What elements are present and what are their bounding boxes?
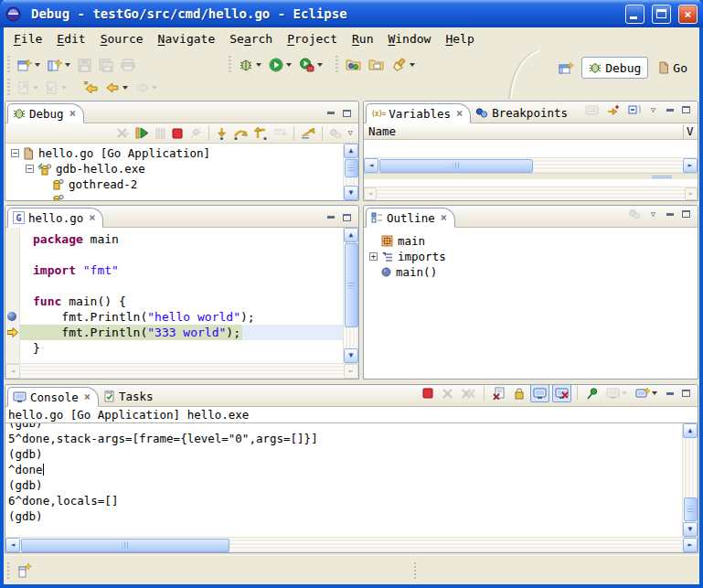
minimize-button[interactable]: [625, 5, 644, 24]
menu-window[interactable]: Window: [381, 30, 437, 48]
editor-tab-close-icon[interactable]: ×: [87, 212, 95, 223]
fast-view-button[interactable]: [15, 561, 35, 581]
step-return-button[interactable]: [251, 124, 270, 143]
debug-view-menu-button[interactable]: ▽: [346, 124, 356, 143]
new-go-element-dropdown[interactable]: [65, 63, 70, 67]
scroll-down-arrow[interactable]: ▼: [344, 186, 358, 200]
scroll-thumb[interactable]: [379, 159, 533, 173]
show-stdout-button[interactable]: [530, 384, 549, 402]
new-go-element-button[interactable]: [44, 54, 74, 76]
pin-console-button[interactable]: [583, 384, 601, 402]
debug-tree-vscrollbar[interactable]: ▲ ▼: [343, 144, 358, 200]
variables-tab-close-icon[interactable]: ×: [454, 108, 463, 119]
menu-navigate[interactable]: Navigate: [152, 30, 222, 48]
terminate-button[interactable]: [169, 124, 186, 143]
collapse-all-button[interactable]: [625, 101, 644, 119]
console-maximize-button[interactable]: [679, 388, 693, 400]
resume-button[interactable]: [133, 124, 152, 143]
menu-file[interactable]: File: [7, 30, 48, 48]
perspective-debug-button[interactable]: Debug: [581, 57, 648, 79]
outline-tab-close-icon[interactable]: ×: [439, 212, 447, 223]
breakpoint-icon[interactable]: [7, 312, 16, 321]
clear-console-button[interactable]: [490, 384, 508, 402]
console-terminate-button[interactable]: [420, 384, 436, 402]
scroll-thumb[interactable]: [684, 497, 698, 521]
debug-dropdown[interactable]: [256, 63, 261, 67]
new-wizard-button[interactable]: [14, 54, 44, 76]
debug-tab-close-icon[interactable]: ×: [68, 108, 76, 119]
console-minimize-button[interactable]: [663, 388, 676, 400]
scroll-up-arrow[interactable]: ▲: [344, 144, 358, 158]
scroll-thumb[interactable]: [21, 539, 229, 552]
console-tab[interactable]: Console ×: [7, 387, 99, 407]
outline-tab[interactable]: Outline ×: [366, 208, 455, 228]
tree-expander[interactable]: +: [369, 252, 378, 261]
editor-maximize-button[interactable]: [340, 211, 354, 223]
scroll-thumb[interactable]: [345, 243, 358, 327]
tasks-tab[interactable]: Tasks: [99, 386, 161, 406]
code-area[interactable]: package mainimport "fmt"func main() { fm…: [20, 228, 343, 363]
scroll-up-arrow[interactable]: ▲: [344, 228, 358, 242]
tree-item[interactable]: main: [364, 233, 698, 249]
console-hscrollbar[interactable]: ◄ ►: [5, 537, 698, 552]
search-button[interactable]: [388, 54, 419, 76]
run-button[interactable]: [265, 54, 295, 76]
external-tools-dropdown[interactable]: [317, 63, 323, 67]
tree-expander[interactable]: −: [26, 165, 34, 173]
variables-view-minimize-button[interactable]: [663, 104, 676, 116]
scroll-thumb[interactable]: [345, 159, 358, 177]
editor-vscrollbar[interactable]: ▲ ▼: [343, 228, 358, 363]
external-tools-button[interactable]: [295, 54, 326, 76]
maximize-button[interactable]: [652, 5, 671, 24]
variables-table-body[interactable]: [364, 140, 698, 157]
breakpoints-tab[interactable]: Breakpoints: [471, 102, 575, 123]
editor-minimize-button[interactable]: [324, 211, 337, 223]
menu-edit[interactable]: Edit: [50, 30, 91, 48]
step-over-button[interactable]: [231, 124, 250, 143]
menu-help[interactable]: Help: [439, 30, 480, 48]
menu-run[interactable]: Run: [346, 30, 379, 48]
variables-details-pane[interactable]: [364, 179, 698, 187]
variables-hscrollbar[interactable]: ◄ ►: [364, 157, 698, 173]
tree-item[interactable]: gothread-2: [5, 176, 343, 192]
tree-expander[interactable]: −: [11, 149, 19, 157]
variables-details-sash[interactable]: [364, 173, 698, 179]
menu-source[interactable]: Source: [94, 30, 150, 48]
scroll-down-arrow[interactable]: ▼: [344, 348, 358, 363]
menu-project[interactable]: Project: [281, 30, 344, 48]
scroll-down-arrow[interactable]: ▼: [683, 522, 698, 537]
show-stderr-button[interactable]: [552, 384, 571, 402]
outline-minimize-button[interactable]: [663, 208, 676, 220]
editor-tab[interactable]: G hello.go ×: [7, 208, 103, 228]
debug-view-tab[interactable]: Debug ×: [7, 103, 84, 123]
console-tab-close-icon[interactable]: ×: [82, 391, 91, 402]
debug-button[interactable]: [235, 54, 265, 76]
debug-tree[interactable]: −hello.go [Go Application]−gdb-hello.exe…: [5, 144, 343, 200]
scroll-right-arrow[interactable]: ►: [683, 158, 698, 173]
variables-view-menu-button[interactable]: ▽: [646, 104, 660, 116]
tree-item[interactable]: +imports: [364, 249, 698, 264]
perspective-go-button[interactable]: Go: [652, 57, 694, 79]
open-artifact-button[interactable]: [342, 54, 365, 76]
editor-annotation-ruler[interactable]: [5, 228, 20, 363]
new-wizard-dropdown[interactable]: [35, 63, 40, 67]
scroll-left-arrow[interactable]: ◄: [364, 158, 378, 173]
back-dropdown[interactable]: [122, 86, 128, 90]
add-watch-expression-button[interactable]: [604, 101, 623, 119]
tree-item[interactable]: −hello.go [Go Application]: [5, 145, 343, 161]
run-dropdown[interactable]: [286, 63, 292, 67]
outline-view-menu-button[interactable]: ▽: [646, 208, 660, 220]
menu-search[interactable]: Search: [223, 30, 279, 48]
variables-tab[interactable]: (x)= Variables ×: [366, 103, 471, 123]
close-button[interactable]: ×: [678, 5, 698, 24]
debug-view-minimize-button[interactable]: [324, 107, 337, 119]
outline-maximize-button[interactable]: [679, 208, 693, 220]
scroll-right-arrow[interactable]: ►: [683, 538, 698, 552]
use-step-filters-button[interactable]: [298, 124, 318, 143]
scroll-left-arrow[interactable]: ◄: [5, 538, 20, 552]
step-into-button[interactable]: [213, 124, 230, 143]
last-edit-location-button[interactable]: *: [80, 77, 102, 99]
tree-item[interactable]: −gdb-hello.exe: [5, 161, 343, 176]
open-file-button[interactable]: [365, 54, 388, 76]
scroll-up-arrow[interactable]: ▲: [683, 423, 698, 438]
